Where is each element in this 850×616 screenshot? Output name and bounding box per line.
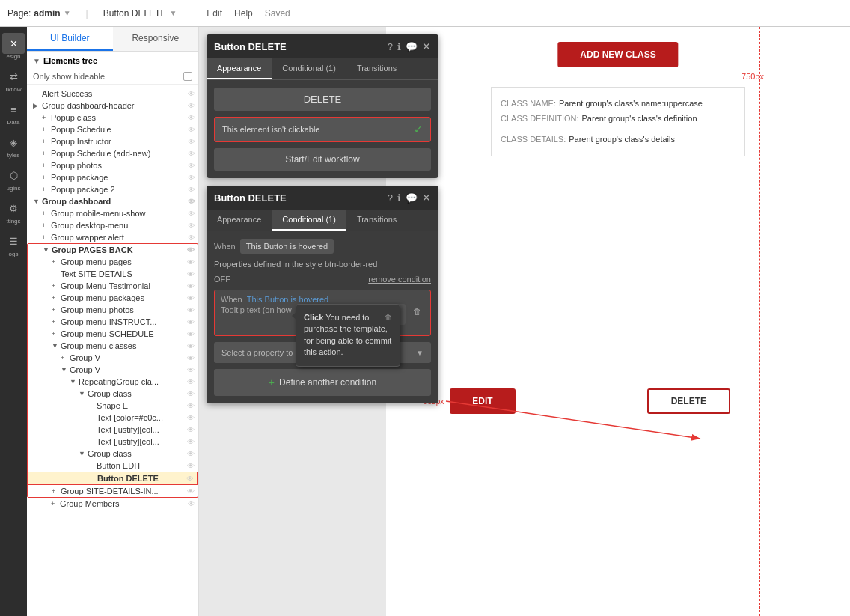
eye-icon[interactable]: 👁 xyxy=(187,342,198,350)
tree-toggle[interactable]: ▼ xyxy=(70,378,79,385)
tooltip-delete-icon[interactable]: 🗑 xyxy=(410,304,424,319)
tree-group-desktop-menu[interactable]: + Group desktop-menu 👁 xyxy=(27,219,198,231)
tab-transitions-1[interactable]: Transitions xyxy=(346,58,407,79)
settings-icon[interactable]: ⚙ xyxy=(2,198,25,219)
tab-responsive[interactable]: Responsive xyxy=(113,27,199,51)
button-delete-selector[interactable]: Button DELETE ▼ xyxy=(103,8,177,19)
eye-icon[interactable]: 👁 xyxy=(187,318,198,326)
eye-icon[interactable]: 👁 xyxy=(188,114,198,122)
plugins-icon[interactable]: ⬡ xyxy=(2,165,25,186)
tree-group-pages-back[interactable]: ▼ Group PAGES BACK 👁 xyxy=(28,244,198,256)
eye-icon[interactable]: 👁 xyxy=(187,438,198,446)
tree-text-color-c0c[interactable]: Text [color=#c0c... 👁 xyxy=(28,412,198,424)
tree-group-mobile-menu-show[interactable]: + Group mobile-menu-show 👁 xyxy=(27,207,198,219)
eye-icon[interactable]: 👁 xyxy=(187,378,198,386)
edit-link[interactable]: Edit xyxy=(207,8,222,19)
eye-icon[interactable]: 👁 xyxy=(187,390,198,398)
eye-icon[interactable]: 👁 xyxy=(187,258,198,266)
styles-icon[interactable]: ◈ xyxy=(2,132,25,153)
tree-popup-instructor[interactable]: + Popup Instructor 👁 xyxy=(27,135,198,147)
tree-popup-schedule[interactable]: + Popup Schedule 👁 xyxy=(27,123,198,135)
close-icon-2[interactable]: ✕ xyxy=(422,192,431,204)
eye-icon[interactable]: 👁 xyxy=(187,246,198,254)
eye-icon[interactable]: 👁 xyxy=(187,330,198,338)
eye-icon[interactable]: 👁 xyxy=(188,150,198,158)
data-icon[interactable]: ≡ xyxy=(2,99,25,120)
info-icon-2[interactable]: ℹ xyxy=(397,192,401,204)
panel1-delete-button[interactable]: DELETE xyxy=(214,88,431,111)
eye-icon[interactable]: 👁 xyxy=(188,90,198,98)
tree-toggle[interactable]: ▼ xyxy=(33,198,42,205)
tooltip-close-icon[interactable]: 🗑 xyxy=(385,312,392,323)
remove-condition-link[interactable]: remove condition xyxy=(368,275,431,284)
tree-group-menu-schedule[interactable]: + Group menu-SCHEDULE 👁 xyxy=(28,328,198,340)
eye-icon[interactable]: 👁 xyxy=(188,500,198,508)
tab-transitions-2[interactable]: Transitions xyxy=(346,210,407,231)
tree-alert-success[interactable]: Alert Success 👁 xyxy=(27,88,198,100)
tab-ui-builder[interactable]: UI Builder xyxy=(27,27,113,51)
tree-group-class-2[interactable]: ▼ Group class 👁 xyxy=(28,448,198,460)
eye-icon[interactable]: 👁 xyxy=(188,234,198,242)
tree-toggle[interactable]: ▼ xyxy=(79,450,88,457)
tree-group-menu-packages[interactable]: + Group menu-packages 👁 xyxy=(28,292,198,304)
add-new-class-button[interactable]: ADD NEW CLASS xyxy=(557,42,678,67)
info-icon[interactable]: ℹ xyxy=(397,41,401,52)
when-value-blue[interactable]: This Button is hovered xyxy=(247,295,328,304)
tree-popup-class[interactable]: + Popup class 👁 xyxy=(27,112,198,123)
eye-icon[interactable]: 👁 xyxy=(188,162,198,170)
help-circle-icon-2[interactable]: ? xyxy=(388,192,393,204)
eye-icon[interactable]: 👁 xyxy=(187,462,198,470)
workflow-icon[interactable]: ⇄ xyxy=(2,66,25,87)
tree-button-edit[interactable]: Button EDIT 👁 xyxy=(28,460,198,472)
tree-toggle[interactable]: ▼ xyxy=(52,342,61,350)
comment-icon[interactable]: 💬 xyxy=(406,41,418,52)
settings-group[interactable]: ⚙ ttings xyxy=(2,198,25,225)
tree-popup-package[interactable]: + Popup package 👁 xyxy=(27,171,198,183)
tree-group-menu-instruct[interactable]: + Group menu-INSTRUCT... 👁 xyxy=(28,316,198,328)
page-dropdown-icon[interactable]: ▼ xyxy=(64,9,71,17)
data-group[interactable]: ≡ Data xyxy=(2,99,25,126)
tab-conditional-1[interactable]: Conditional (1) xyxy=(272,58,346,79)
tree-text-site-details[interactable]: Text SITE DETAILS 👁 xyxy=(28,268,198,280)
tab-appearance[interactable]: Appearance xyxy=(207,58,272,79)
styles-group[interactable]: ◈ tyles xyxy=(2,132,25,159)
button-delete-dropdown-icon[interactable]: ▼ xyxy=(169,9,177,17)
plugins-group[interactable]: ⬡ ugins xyxy=(2,165,25,192)
eye-icon[interactable]: 👁 xyxy=(187,450,198,458)
help-link[interactable]: Help xyxy=(234,8,253,19)
tree-group-menu-pages[interactable]: + Group menu-pages 👁 xyxy=(28,256,198,268)
logs-icon[interactable]: ☰ xyxy=(2,231,25,251)
tree-group-wrapper-alert[interactable]: + Group wrapper alert 👁 xyxy=(27,231,198,243)
page-selector[interactable]: Page: admin ▼ xyxy=(7,8,71,19)
eye-icon[interactable]: 👁 xyxy=(187,487,198,495)
tree-toggle[interactable]: ▼ xyxy=(43,246,52,254)
tree-group-menu-photos[interactable]: + Group menu-photos 👁 xyxy=(28,304,198,316)
tree-group-menu-classes[interactable]: ▼ Group menu-classes 👁 xyxy=(28,340,198,352)
tab-conditional-2[interactable]: Conditional (1) xyxy=(272,210,346,231)
eye-icon[interactable]: 👁 xyxy=(188,210,198,218)
eye-icon[interactable]: 👁 xyxy=(187,354,198,362)
elements-tree-toggle-icon[interactable]: ▼ xyxy=(33,57,40,65)
canvas-delete-button[interactable]: DELETE xyxy=(647,388,730,414)
when-value-1[interactable]: This Button is hovered xyxy=(240,239,334,254)
not-clickable-row[interactable]: This element isn't clickable ✓ xyxy=(214,117,431,142)
eye-icon[interactable]: 👁 xyxy=(186,475,197,483)
eye-icon[interactable]: 👁 xyxy=(187,366,198,374)
tree-repeating-group-cla[interactable]: ▼ RepeatingGroup cla... 👁 xyxy=(28,376,198,388)
tree-group-dashboard-header[interactable]: ▶ Group dashboard-header 👁 xyxy=(27,100,198,112)
tree-toggle[interactable]: ▼ xyxy=(61,366,70,373)
workflow-button[interactable]: Start/Edit workflow xyxy=(214,148,431,171)
tree-group-v-2[interactable]: ▼ Group V 👁 xyxy=(28,364,198,376)
logs-group[interactable]: ☰ ogs xyxy=(2,231,25,257)
eye-icon[interactable]: 👁 xyxy=(188,186,198,194)
eye-icon[interactable]: 👁 xyxy=(187,282,198,290)
tree-group-menu-testimonial[interactable]: + Group Menu-Testimonial 👁 xyxy=(28,280,198,292)
eye-icon[interactable]: 👁 xyxy=(187,270,198,278)
tree-button-delete[interactable]: Button DELETE 👁 xyxy=(28,472,198,485)
tree-popup-package2[interactable]: + Popup package 2 👁 xyxy=(27,183,198,195)
tree-popup-photos[interactable]: + Popup photos 👁 xyxy=(27,159,198,171)
eye-icon[interactable]: 👁 xyxy=(187,402,198,410)
tree-group-v-1[interactable]: + Group V 👁 xyxy=(28,352,198,364)
tree-group-members[interactable]: + Group Members 👁 xyxy=(27,498,198,510)
design-icon[interactable]: ✕ xyxy=(2,33,25,54)
